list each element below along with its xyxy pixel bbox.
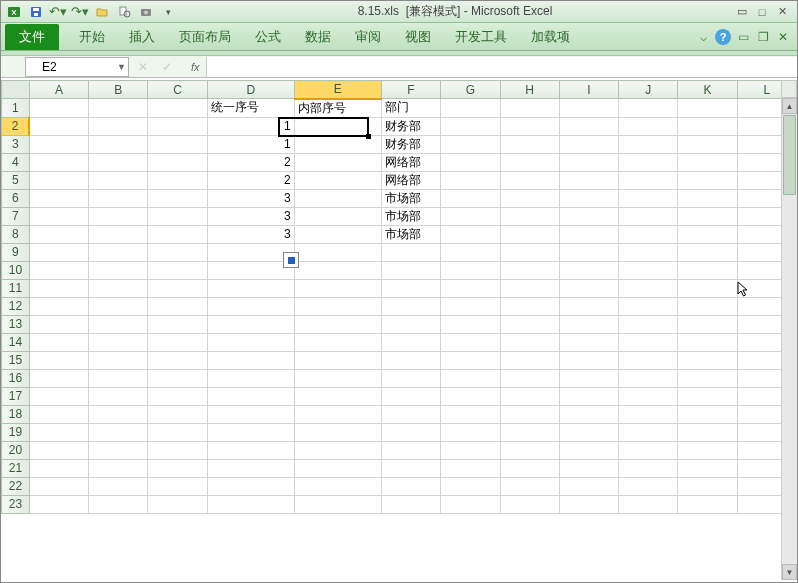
cell-K7[interactable] bbox=[678, 207, 737, 225]
cell-J5[interactable] bbox=[619, 171, 678, 189]
cell-F4[interactable]: 网络部 bbox=[381, 153, 440, 171]
cell-K20[interactable] bbox=[678, 441, 737, 459]
cell-C19[interactable] bbox=[148, 423, 207, 441]
cell-C22[interactable] bbox=[148, 477, 207, 495]
cell-K18[interactable] bbox=[678, 405, 737, 423]
cell-K9[interactable] bbox=[678, 243, 737, 261]
cell-H9[interactable] bbox=[500, 243, 559, 261]
cell-E18[interactable] bbox=[294, 405, 381, 423]
cell-J9[interactable] bbox=[619, 243, 678, 261]
cell-D10[interactable] bbox=[207, 261, 294, 279]
cell-D9[interactable] bbox=[207, 243, 294, 261]
cell-G14[interactable] bbox=[441, 333, 500, 351]
row-header-15[interactable]: 15 bbox=[2, 351, 30, 369]
scroll-thumb[interactable] bbox=[783, 115, 796, 195]
cell-B1[interactable] bbox=[89, 99, 148, 118]
file-tab[interactable]: 文件 bbox=[5, 24, 59, 50]
col-header-J[interactable]: J bbox=[619, 81, 678, 99]
row-header-9[interactable]: 9 bbox=[2, 243, 30, 261]
cell-B12[interactable] bbox=[89, 297, 148, 315]
cell-C8[interactable] bbox=[148, 225, 207, 243]
cell-H4[interactable] bbox=[500, 153, 559, 171]
cell-E11[interactable] bbox=[294, 279, 381, 297]
cell-J4[interactable] bbox=[619, 153, 678, 171]
row-header-11[interactable]: 11 bbox=[2, 279, 30, 297]
cell-A10[interactable] bbox=[29, 261, 88, 279]
cell-H10[interactable] bbox=[500, 261, 559, 279]
row-header-1[interactable]: 1 bbox=[2, 99, 30, 118]
cell-J18[interactable] bbox=[619, 405, 678, 423]
cell-K5[interactable] bbox=[678, 171, 737, 189]
cell-A2[interactable] bbox=[29, 117, 88, 135]
cell-J1[interactable] bbox=[619, 99, 678, 118]
cell-H20[interactable] bbox=[500, 441, 559, 459]
cell-K3[interactable] bbox=[678, 135, 737, 153]
cell-D21[interactable] bbox=[207, 459, 294, 477]
cell-J15[interactable] bbox=[619, 351, 678, 369]
cell-C14[interactable] bbox=[148, 333, 207, 351]
cell-I8[interactable] bbox=[559, 225, 618, 243]
cell-A19[interactable] bbox=[29, 423, 88, 441]
cell-D16[interactable] bbox=[207, 369, 294, 387]
col-header-H[interactable]: H bbox=[500, 81, 559, 99]
cell-G13[interactable] bbox=[441, 315, 500, 333]
formula-input[interactable] bbox=[206, 57, 797, 77]
cell-C17[interactable] bbox=[148, 387, 207, 405]
cell-F21[interactable] bbox=[381, 459, 440, 477]
cell-J21[interactable] bbox=[619, 459, 678, 477]
cell-A4[interactable] bbox=[29, 153, 88, 171]
cell-B11[interactable] bbox=[89, 279, 148, 297]
col-header-K[interactable]: K bbox=[678, 81, 737, 99]
cell-F3[interactable]: 财务部 bbox=[381, 135, 440, 153]
cell-C15[interactable] bbox=[148, 351, 207, 369]
cell-E19[interactable] bbox=[294, 423, 381, 441]
cell-G15[interactable] bbox=[441, 351, 500, 369]
cell-H11[interactable] bbox=[500, 279, 559, 297]
cell-K13[interactable] bbox=[678, 315, 737, 333]
col-header-C[interactable]: C bbox=[148, 81, 207, 99]
cell-A1[interactable] bbox=[29, 99, 88, 118]
cell-C20[interactable] bbox=[148, 441, 207, 459]
col-header-F[interactable]: F bbox=[381, 81, 440, 99]
cell-C21[interactable] bbox=[148, 459, 207, 477]
cell-F10[interactable] bbox=[381, 261, 440, 279]
cell-K15[interactable] bbox=[678, 351, 737, 369]
cell-A11[interactable] bbox=[29, 279, 88, 297]
cell-F18[interactable] bbox=[381, 405, 440, 423]
col-header-I[interactable]: I bbox=[559, 81, 618, 99]
cell-K16[interactable] bbox=[678, 369, 737, 387]
row-header-19[interactable]: 19 bbox=[2, 423, 30, 441]
cell-H16[interactable] bbox=[500, 369, 559, 387]
cell-F11[interactable] bbox=[381, 279, 440, 297]
cell-A7[interactable] bbox=[29, 207, 88, 225]
row-header-14[interactable]: 14 bbox=[2, 333, 30, 351]
cell-E10[interactable] bbox=[294, 261, 381, 279]
cell-I6[interactable] bbox=[559, 189, 618, 207]
cell-F7[interactable]: 市场部 bbox=[381, 207, 440, 225]
cell-H21[interactable] bbox=[500, 459, 559, 477]
col-header-A[interactable]: A bbox=[29, 81, 88, 99]
cell-G19[interactable] bbox=[441, 423, 500, 441]
cell-G8[interactable] bbox=[441, 225, 500, 243]
cell-K1[interactable] bbox=[678, 99, 737, 118]
cell-F1[interactable]: 部门 bbox=[381, 99, 440, 118]
cell-H12[interactable] bbox=[500, 297, 559, 315]
cell-K6[interactable] bbox=[678, 189, 737, 207]
cell-G23[interactable] bbox=[441, 495, 500, 513]
cell-J7[interactable] bbox=[619, 207, 678, 225]
cell-G12[interactable] bbox=[441, 297, 500, 315]
cell-K8[interactable] bbox=[678, 225, 737, 243]
cell-H17[interactable] bbox=[500, 387, 559, 405]
cell-G18[interactable] bbox=[441, 405, 500, 423]
cell-B2[interactable] bbox=[89, 117, 148, 135]
cell-K12[interactable] bbox=[678, 297, 737, 315]
cell-E9[interactable] bbox=[294, 243, 381, 261]
cell-C16[interactable] bbox=[148, 369, 207, 387]
cell-J12[interactable] bbox=[619, 297, 678, 315]
cell-D23[interactable] bbox=[207, 495, 294, 513]
cell-E22[interactable] bbox=[294, 477, 381, 495]
cell-G7[interactable] bbox=[441, 207, 500, 225]
cell-J3[interactable] bbox=[619, 135, 678, 153]
cell-A21[interactable] bbox=[29, 459, 88, 477]
cell-B3[interactable] bbox=[89, 135, 148, 153]
